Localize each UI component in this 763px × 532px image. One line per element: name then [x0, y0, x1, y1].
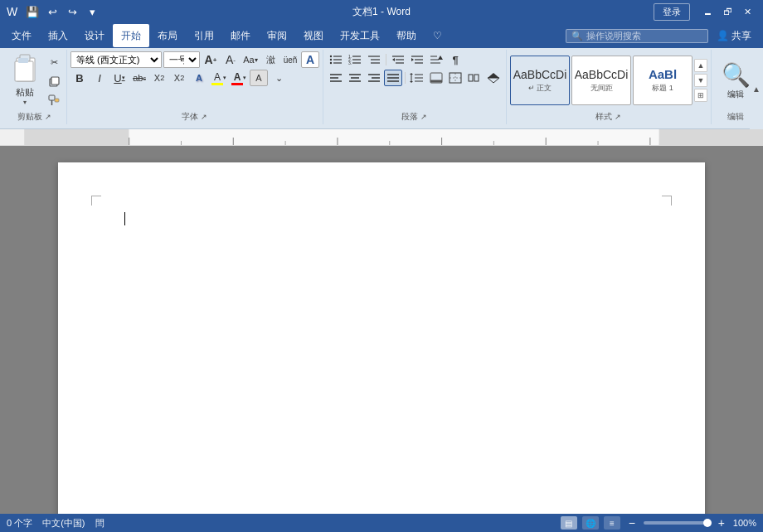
unicode-btn[interactable]: üeñ: [281, 51, 299, 68]
shading-btn[interactable]: [427, 70, 445, 86]
outline-view-btn[interactable]: ≡: [604, 516, 620, 530]
decrease-indent-btn[interactable]: [389, 51, 407, 68]
paste-dropdown-icon[interactable]: ▾: [23, 99, 27, 106]
multilevel-list-btn[interactable]: [365, 51, 383, 68]
underline-button[interactable]: U▾: [110, 70, 129, 86]
ruler: [0, 129, 763, 146]
font-color-btn[interactable]: A ▾: [230, 70, 248, 86]
style-scroll-up[interactable]: ▲: [694, 59, 707, 72]
zoom-slider[interactable]: [644, 521, 710, 525]
line-spacing-btn[interactable]: [408, 70, 426, 86]
cut-button[interactable]: ✂: [45, 53, 63, 71]
login-button[interactable]: 登录: [654, 3, 690, 21]
customize-quick-btn[interactable]: ▾: [84, 3, 100, 20]
close-button[interactable]: ✕: [738, 2, 756, 21]
unordered-list-btn[interactable]: [327, 51, 345, 68]
copy-button[interactable]: [45, 72, 63, 90]
columns-btn[interactable]: [465, 70, 484, 86]
zoom-in-btn[interactable]: +: [715, 516, 728, 530]
menu-design[interactable]: 设计: [76, 24, 113, 47]
ordered-list-btn[interactable]: 1.2.3.: [346, 51, 364, 68]
menu-layout[interactable]: 布局: [149, 24, 186, 47]
minimize-button[interactable]: 🗕: [698, 2, 717, 21]
superscript-button[interactable]: X2: [170, 70, 188, 86]
style-scroll-down[interactable]: ▼: [694, 74, 707, 87]
title-bar: W 💾 ↩ ↪ ▾ 文档1 - Word 登录 🗕 🗗 ✕: [0, 0, 763, 23]
subscript-button[interactable]: X2: [150, 70, 168, 86]
menu-view[interactable]: 视图: [295, 24, 332, 47]
change-case-btn[interactable]: Aa▾: [241, 51, 260, 68]
status-right: ▤ 🌐 ≡ − + 100%: [561, 516, 756, 530]
menu-insert[interactable]: 插入: [40, 24, 76, 47]
ruler-corner[interactable]: [0, 129, 25, 146]
word-count: 0 个字: [7, 517, 32, 530]
clipboard-expand[interactable]: ↗: [44, 113, 52, 121]
font-expand[interactable]: ↗: [200, 113, 208, 121]
align-left-btn[interactable]: [327, 70, 345, 86]
text-style-btn[interactable]: A: [250, 70, 268, 86]
paste-label: 粘贴: [16, 86, 34, 99]
menu-search-input[interactable]: [586, 31, 702, 41]
style-no-spacing[interactable]: AaBbCcDi 无间距: [571, 56, 631, 105]
mode-indicator[interactable]: 閆: [95, 517, 104, 530]
language-indicator[interactable]: 中文(中国): [42, 517, 85, 530]
highlight-color-btn: A: [211, 71, 223, 85]
menu-search-area[interactable]: 🔍: [566, 29, 708, 43]
clear-format-btn[interactable]: 㶑: [261, 51, 279, 68]
style-normal[interactable]: AaBbCcDi ↵ 正文: [510, 56, 570, 105]
menu-references[interactable]: 引用: [186, 24, 222, 47]
strikethrough-button[interactable]: abc: [130, 70, 148, 86]
zoom-thumb[interactable]: [703, 519, 712, 527]
menu-lightbulb[interactable]: ♡: [425, 24, 450, 47]
undo-quick-btn[interactable]: ↩: [44, 3, 61, 20]
font-size-select[interactable]: 一号: [163, 51, 200, 68]
paragraph-buttons: 1.2.3. ¶: [327, 51, 503, 86]
sort-btn[interactable]: [427, 51, 445, 68]
font-name-select[interactable]: 等线 (西文正文): [70, 51, 162, 68]
menu-home[interactable]: 开始: [113, 24, 149, 47]
para-sort-btn[interactable]: [484, 70, 503, 86]
document-page[interactable]: [58, 162, 705, 514]
show-formatting-btn[interactable]: ¶: [446, 51, 464, 68]
italic-button[interactable]: I: [90, 70, 109, 86]
increase-indent-btn[interactable]: [408, 51, 426, 68]
svg-marker-52: [410, 73, 413, 75]
menu-help[interactable]: 帮助: [388, 24, 425, 47]
document-content[interactable]: [124, 212, 639, 461]
style-scroll-more[interactable]: ⊞: [694, 89, 707, 102]
paste-button[interactable]: 粘贴 ▾: [7, 51, 43, 108]
menu-review[interactable]: 审阅: [259, 24, 295, 47]
text-effect-btn[interactable]: A: [190, 70, 208, 86]
justify-btn[interactable]: [384, 70, 402, 86]
zoom-level: 100%: [733, 518, 756, 528]
styles-expand[interactable]: ↗: [614, 113, 622, 121]
highlight-btn[interactable]: A ▾: [210, 70, 228, 86]
align-right-btn[interactable]: [365, 70, 383, 86]
text-A-btn[interactable]: A: [301, 51, 319, 68]
font-group: 等线 (西文正文) 一号 A+ A- Aa▾ 㶑 üeñ A B I U▾: [67, 50, 323, 124]
print-view-btn[interactable]: ▤: [561, 516, 577, 530]
font-size-decrease[interactable]: A-: [221, 51, 240, 68]
save-quick-btn[interactable]: 💾: [24, 3, 41, 20]
redo-quick-btn[interactable]: ↪: [64, 3, 80, 20]
search-icon: 🔍: [571, 31, 583, 41]
font-size-increase[interactable]: A+: [202, 51, 220, 68]
style-heading1[interactable]: AaBl 标题 1: [633, 56, 693, 105]
border-btn[interactable]: [446, 70, 464, 86]
svg-rect-8: [55, 99, 59, 102]
ribbon-collapse-btn[interactable]: ▲: [750, 48, 763, 129]
menu-file[interactable]: 文件: [3, 24, 40, 47]
document-area[interactable]: [0, 146, 763, 514]
zoom-out-btn[interactable]: −: [625, 516, 639, 530]
paragraph-expand[interactable]: ↗: [420, 113, 428, 121]
align-center-btn[interactable]: [346, 70, 364, 86]
corner-mark-tl: [91, 196, 101, 206]
text-style-down[interactable]: ⌄: [270, 70, 288, 86]
menu-share[interactable]: 👤共享: [708, 24, 760, 47]
format-painter-button[interactable]: [45, 91, 63, 109]
menu-developer[interactable]: 开发工具: [332, 24, 388, 47]
bold-button[interactable]: B: [70, 70, 89, 86]
menu-mailings[interactable]: 邮件: [222, 24, 259, 47]
web-view-btn[interactable]: 🌐: [582, 516, 599, 530]
maximize-button[interactable]: 🗗: [718, 2, 736, 21]
